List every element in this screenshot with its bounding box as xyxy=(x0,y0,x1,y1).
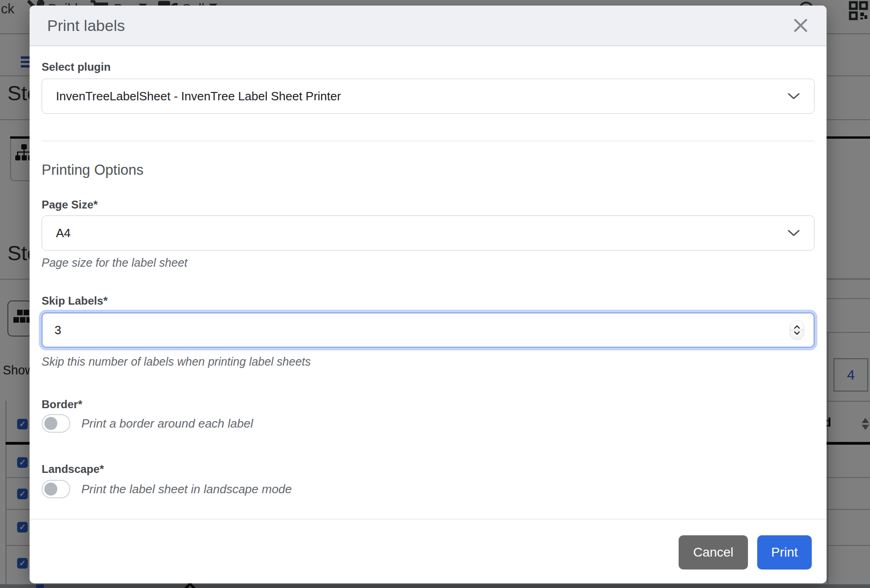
dialog-title: Print labels xyxy=(47,17,791,35)
skip-labels-input[interactable] xyxy=(42,312,815,348)
skip-labels-help: Skip this number of labels when printing… xyxy=(42,353,815,370)
print-labels-dialog: Print labels Select plugin InvenTreeLabe… xyxy=(30,6,827,583)
border-help: Print a border around each label xyxy=(81,415,253,432)
plugin-select[interactable]: InvenTreeLabelSheet - InvenTree Label Sh… xyxy=(42,79,815,114)
page-size-label: Page Size* xyxy=(42,197,815,213)
close-button[interactable] xyxy=(791,16,810,35)
landscape-label: Landscape* xyxy=(42,461,815,477)
section-divider xyxy=(42,141,815,141)
page-size-help: Page size for the label sheet xyxy=(42,254,815,271)
page-size-select-value: A4 xyxy=(56,226,787,240)
stepper-down-icon[interactable] xyxy=(794,331,800,335)
border-toggle[interactable] xyxy=(42,414,70,433)
cancel-button[interactable]: Cancel xyxy=(679,535,748,570)
stepper-up-icon[interactable] xyxy=(794,325,800,329)
plugin-field-label: Select plugin xyxy=(42,59,815,75)
chevron-down-icon xyxy=(787,92,800,100)
landscape-help: Print the label sheet in landscape mode xyxy=(81,481,292,497)
toggle-knob xyxy=(44,483,57,496)
page-size-select[interactable]: A4 xyxy=(42,215,815,251)
skip-labels-field xyxy=(42,312,815,348)
landscape-toggle[interactable] xyxy=(42,480,70,498)
border-field: Print a border around each label xyxy=(42,414,815,433)
dialog-header: Print labels xyxy=(30,6,827,46)
toggle-knob xyxy=(44,417,57,430)
skip-labels-label: Skip Labels* xyxy=(42,293,815,309)
chevron-down-icon xyxy=(787,229,800,237)
landscape-field: Print the label sheet in landscape mode xyxy=(42,480,815,498)
number-stepper[interactable] xyxy=(790,320,804,340)
border-label: Border* xyxy=(42,397,815,412)
dialog-footer: Cancel Print xyxy=(30,519,827,583)
print-button[interactable]: Print xyxy=(757,535,812,570)
close-icon xyxy=(793,18,809,33)
printing-options-heading: Printing Options xyxy=(42,158,815,182)
screen: ck Build Buy Sell xyxy=(0,0,870,588)
plugin-select-value: InvenTreeLabelSheet - InvenTree Label Sh… xyxy=(56,89,787,104)
dialog-body: Select plugin InvenTreeLabelSheet - Inve… xyxy=(30,46,827,519)
